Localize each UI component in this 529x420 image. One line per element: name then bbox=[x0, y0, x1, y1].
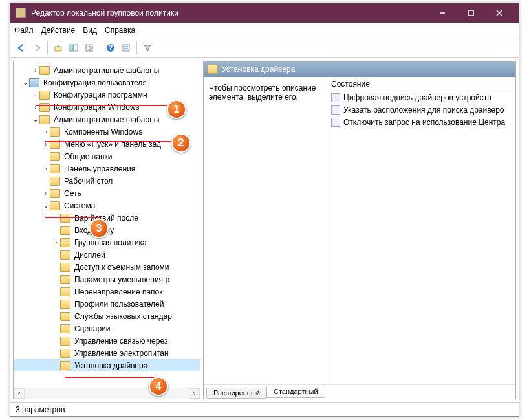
back-button[interactable] bbox=[14, 41, 28, 55]
tree-item-system[interactable]: ⌄Система bbox=[14, 199, 200, 212]
svg-text:?: ? bbox=[108, 43, 113, 52]
setting-item[interactable]: Цифровая подпись драйверов устройств bbox=[327, 91, 515, 104]
menu-view[interactable]: Вид bbox=[83, 26, 97, 35]
tree-item-user-config[interactable]: ⌄Конфигурация пользователя bbox=[14, 76, 200, 89]
menu-file[interactable]: Файл bbox=[14, 26, 34, 35]
tree-item-driver-install[interactable]: Установка драйвера bbox=[14, 359, 200, 371]
user-config-icon bbox=[29, 78, 39, 87]
up-folder-button[interactable] bbox=[51, 41, 65, 55]
setting-item[interactable]: Отключить запрос на использование Центра bbox=[327, 116, 515, 128]
tree-item-admin-templates-top[interactable]: ›Административные шаблоны bbox=[14, 64, 200, 76]
menu-action[interactable]: Действие bbox=[41, 26, 76, 35]
tree-item-network[interactable]: ›Сеть bbox=[14, 187, 200, 199]
help-button[interactable]: ? bbox=[103, 41, 118, 55]
scroll-left-button[interactable]: ‹ bbox=[14, 388, 25, 399]
window-title: Редактор локальной групповой политики bbox=[31, 8, 428, 17]
policy-icon bbox=[331, 93, 340, 102]
statusbar: 3 параметров bbox=[10, 402, 519, 416]
column-header-state[interactable]: Состояние bbox=[327, 77, 515, 91]
view-tabs: Расширенный Стандартный bbox=[204, 384, 515, 399]
svg-rect-6 bbox=[74, 45, 78, 51]
tree-item-components-windows[interactable]: ›Компоненты Windows bbox=[14, 126, 200, 138]
help-panel: Чтобы просмотреть описание элемента, выд… bbox=[204, 77, 327, 384]
help-text: Чтобы просмотреть описание элемента, выд… bbox=[209, 83, 321, 102]
tree-item-group-policy[interactable]: ›Групповая политика bbox=[14, 236, 200, 249]
tree-item-user-profiles[interactable]: Профили пользователей bbox=[14, 298, 200, 310]
app-window: Редактор локальной групповой политики Фа… bbox=[10, 3, 519, 417]
svg-rect-5 bbox=[70, 45, 73, 51]
titlebar: Редактор локальной групповой политики bbox=[10, 3, 519, 23]
menu-help[interactable]: Справка bbox=[105, 26, 135, 35]
menubar: Файл Действие Вид Справка bbox=[10, 23, 519, 38]
show-hide-tree-button[interactable] bbox=[67, 41, 81, 55]
close-button[interactable] bbox=[485, 3, 513, 23]
callout-1: 1 bbox=[167, 100, 186, 119]
details-title: Установка драйвера bbox=[222, 65, 295, 74]
tab-extended[interactable]: Расширенный bbox=[206, 388, 267, 399]
content-area: ›Административные шаблоны ⌄Конфигурация … bbox=[10, 58, 519, 402]
scroll-right-button[interactable]: › bbox=[189, 388, 200, 399]
svg-rect-4 bbox=[55, 47, 61, 51]
tab-standard[interactable]: Стандартный bbox=[266, 386, 325, 398]
tree-item-reduction-params[interactable]: Параметры уменьшения р bbox=[14, 273, 200, 285]
tree-item-display[interactable]: Дисплей bbox=[14, 249, 200, 261]
tree-item-desktop[interactable]: Рабочий стол bbox=[14, 175, 200, 187]
svg-rect-1 bbox=[468, 10, 473, 16]
filter-button[interactable] bbox=[140, 41, 155, 55]
export-list-button[interactable] bbox=[82, 41, 96, 55]
tree-item-lang-services[interactable]: Службы языковых стандар bbox=[14, 310, 200, 322]
toolbar: ? bbox=[10, 38, 519, 58]
tree-horizontal-scrollbar[interactable]: ‹ › bbox=[14, 388, 200, 399]
svg-rect-10 bbox=[123, 45, 129, 51]
tree-item-shared-folders[interactable]: Общие папки bbox=[14, 150, 200, 162]
callout-2: 2 bbox=[171, 133, 191, 153]
details-pane: Установка драйвера Чтобы просмотреть опи… bbox=[203, 61, 516, 399]
callout-4: 4 bbox=[149, 377, 168, 396]
callout-3: 3 bbox=[89, 219, 109, 238]
policy-icon bbox=[331, 105, 340, 115]
tree-item-connection-mgmt[interactable]: Управление связью через bbox=[14, 335, 200, 347]
status-text: 3 параметров bbox=[16, 405, 65, 414]
folder-icon bbox=[208, 65, 218, 74]
tree-item-removable-access[interactable]: Доступ к съемным запоми bbox=[14, 261, 200, 273]
forward-button[interactable] bbox=[30, 41, 44, 55]
tree-item-scenarios[interactable]: Сценарии bbox=[14, 322, 200, 335]
settings-list: Состояние Цифровая подпись драйверов уст… bbox=[327, 77, 515, 384]
minimize-button[interactable] bbox=[428, 3, 457, 23]
maximize-button[interactable] bbox=[457, 3, 485, 23]
tree-item-software-config[interactable]: ›Конфигурация программн bbox=[14, 89, 200, 101]
tree-item-power-mgmt[interactable]: Управление электропитан bbox=[14, 347, 200, 359]
app-icon bbox=[16, 8, 26, 18]
tree-item-control-panel[interactable]: ›Панель управления bbox=[14, 162, 200, 175]
properties-button[interactable] bbox=[119, 41, 133, 55]
setting-item[interactable]: Указать расположения для поиска драйверо bbox=[327, 104, 515, 116]
details-header: Установка драйвера bbox=[204, 61, 515, 77]
policy-icon bbox=[331, 118, 340, 127]
tree-item-folder-redirection[interactable]: Перенаправление папок bbox=[14, 285, 200, 298]
